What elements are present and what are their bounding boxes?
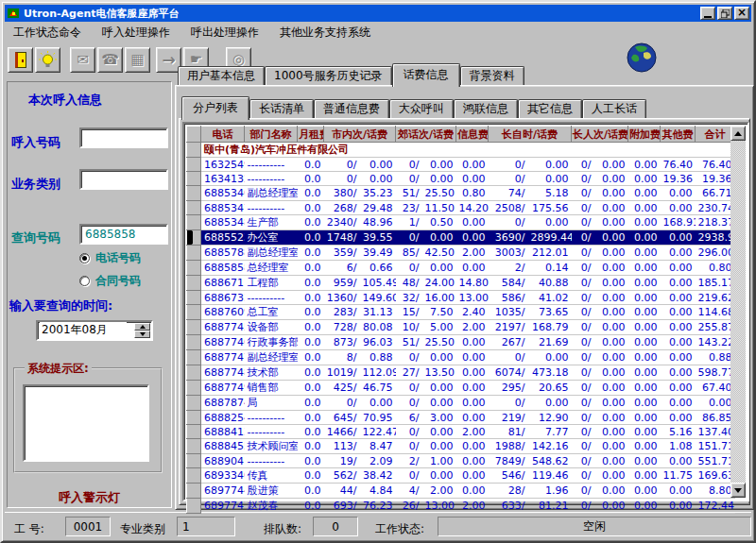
sub-tab[interactable]: 普通信息费 [314, 99, 389, 118]
sub-tab[interactable]: 其它信息 [518, 99, 582, 118]
table-row[interactable]: 6888254----------0.0645/70.956/3.000.002… [187, 411, 735, 425]
table-row[interactable]: 6887748技术部0.01019/112.0927/13.500.006074… [187, 365, 735, 381]
column-header[interactable]: 信息费 [456, 127, 489, 143]
table-row[interactable]: 6888413----------0.01466/122.470/0.002.0… [187, 425, 735, 439]
row-selector[interactable] [187, 246, 201, 261]
fee-cell: 0.0 [298, 350, 324, 365]
menu-item[interactable]: 其他业务支持系统 [271, 23, 383, 42]
row-selector[interactable] [187, 365, 201, 381]
row-selector[interactable] [187, 143, 201, 158]
row-selector[interactable] [187, 291, 201, 305]
row-selector[interactable] [187, 484, 201, 499]
query-number-input[interactable] [79, 224, 168, 245]
fee-cell: 425/ [324, 381, 360, 396]
row-selector[interactable] [187, 305, 201, 320]
row-selector[interactable] [187, 350, 201, 365]
row-selector[interactable] [187, 158, 201, 172]
phone-number-radio[interactable]: 电话号码 [79, 250, 141, 266]
spin-down-button[interactable] [134, 331, 150, 338]
column-header[interactable]: 市内次/话费 [324, 127, 396, 143]
query-month-input[interactable] [40, 322, 127, 337]
menu-item[interactable]: 呼入处理操作 [94, 23, 182, 42]
table-row[interactable]: 6887874局0.00/0.000/0.000.000/0.000/0.000… [187, 396, 735, 411]
row-selector[interactable] [187, 425, 201, 439]
table-row[interactable]: 6885347----------0.0268/29.4823/11.5014.… [187, 201, 735, 215]
table-row[interactable]: 6885346副总经理室0.0380/35.2351/25.500.8074/5… [187, 186, 735, 201]
keypad-button[interactable]: ▦ [125, 47, 150, 73]
table-row[interactable]: 6885348生产部0.02340/48.961/0.500.000/0.000… [187, 215, 735, 230]
table-row[interactable]: 6887746行政事务部0.0873/96.0351/25.500.00267/… [187, 335, 735, 350]
row-selector[interactable] [187, 439, 201, 454]
row-selector[interactable] [187, 276, 201, 291]
answer-call-button[interactable]: ✉ [70, 47, 95, 73]
table-row[interactable]: 6893340传真0.0562/38.420/0.000.00546/119.4… [187, 468, 735, 484]
table-row[interactable]: 6887747副总经理室0.08/0.880/0.000.000/0.000/0… [187, 350, 735, 365]
row-selector[interactable] [187, 230, 201, 246]
vertical-scrollbar[interactable] [730, 126, 746, 498]
table-row[interactable]: 6886711工程部0.0959/105.4948/24.0014.80584/… [187, 276, 735, 291]
sub-tab[interactable]: 鸿联信息 [454, 99, 518, 118]
row-selector[interactable] [187, 172, 201, 186]
column-header[interactable]: 其他费 [661, 127, 696, 143]
row-selector[interactable] [187, 335, 201, 350]
row-selector[interactable] [187, 468, 201, 484]
phone-cell: 6889041 [201, 454, 245, 468]
restore-button[interactable] [717, 7, 732, 20]
column-header[interactable]: 郊话次/话费 [396, 127, 456, 143]
fee-cell: 0.0 [298, 396, 324, 411]
menu-item[interactable]: 呼出处理操作 [182, 23, 271, 42]
table-row[interactable]: 6886733----------0.01360/149.6032/16.001… [187, 291, 735, 305]
row-selector[interactable] [187, 499, 201, 514]
main-tab[interactable]: 背景资料 [460, 66, 524, 85]
query-time-label: 输入要查询的时间: [9, 297, 112, 314]
row-selector[interactable] [187, 396, 201, 411]
table-row[interactable]: 6885858总经理室0.06/0.660/0.000.002/0.140/0.… [187, 261, 735, 276]
column-header[interactable]: 长人次/话费 [572, 127, 628, 143]
hangup-call-button[interactable]: ☎ [97, 47, 123, 73]
column-header[interactable]: 合计 [696, 127, 735, 143]
row-selector[interactable] [187, 186, 201, 201]
main-tab[interactable]: 1000号服务历史记录 [265, 66, 392, 85]
sub-tab[interactable]: 分户列表 [181, 96, 249, 120]
service-type-input[interactable] [79, 169, 168, 190]
scroll-up-button[interactable] [730, 126, 746, 141]
exit-door-button[interactable] [8, 47, 33, 73]
table-row[interactable]: 6888455技术顾问室0.0113/8.470/0.000.001988/14… [187, 439, 735, 454]
calling-number-input[interactable] [79, 127, 168, 148]
table-row[interactable]: 1634132----------0.00/0.000/0.000.000/0.… [187, 172, 735, 186]
table-row[interactable]: 6897747赵茂春0.0693/76.2326/13.002.00633/81… [187, 499, 735, 514]
table-row[interactable]: 6897744殷进策0.044/4.844/2.000.0028/1.960/0… [187, 484, 735, 499]
scroll-down-button[interactable] [730, 483, 746, 498]
table-row[interactable]: 6885523办公室0.01748/39.550/0.000.003690/28… [187, 230, 735, 246]
table-row[interactable]: 6887749销售部0.0425/46.750/0.000.00295/20.6… [187, 381, 735, 396]
row-selector[interactable] [187, 320, 201, 335]
company-row[interactable]: 颐中(青岛)汽车冲压件有限公司 [187, 143, 735, 158]
column-header[interactable]: 电话 [201, 127, 245, 143]
sub-tab[interactable]: 长话清单 [249, 99, 314, 118]
row-selector[interactable] [187, 411, 201, 425]
table-row[interactable]: 6887609总工室0.0283/31.1315/7.502.401035/73… [187, 305, 735, 320]
column-header[interactable]: 部门名称 [245, 127, 298, 143]
row-selector[interactable] [187, 201, 201, 215]
column-header[interactable]: 月租费 [298, 127, 324, 143]
minimize-button[interactable] [700, 7, 715, 20]
close-button[interactable]: × [734, 7, 749, 20]
contract-number-radio[interactable]: 合同号码 [79, 273, 141, 289]
sub-tab[interactable]: 人工长话 [582, 99, 646, 118]
main-tab[interactable]: 用户基本信息 [178, 66, 265, 85]
table-row[interactable]: 6887745设备部0.0728/80.0810/5.002.002197/16… [187, 320, 735, 335]
main-tab[interactable]: 话费信息 [392, 63, 460, 87]
spin-up-button[interactable] [134, 323, 150, 331]
column-header[interactable]: 长自时/话费 [489, 127, 572, 143]
row-selector[interactable] [187, 381, 201, 396]
row-selector[interactable] [187, 261, 201, 276]
sub-tab[interactable]: 大众呼叫 [389, 99, 454, 118]
row-selector[interactable] [187, 454, 201, 468]
menu-item[interactable]: 工作状态命令 [5, 23, 94, 42]
row-selector[interactable] [187, 215, 201, 230]
status-lamp-button[interactable] [35, 47, 60, 73]
table-row[interactable]: 1632549----------0.00/0.000/0.000.000/0.… [187, 158, 735, 172]
column-header[interactable]: 附加费 [628, 127, 661, 143]
table-row[interactable]: 6889041----------0.019/2.092/1.000.00784… [187, 454, 735, 468]
table-row[interactable]: 6885788副总经理室0.0359/39.4985/42.502.003003… [187, 246, 735, 261]
